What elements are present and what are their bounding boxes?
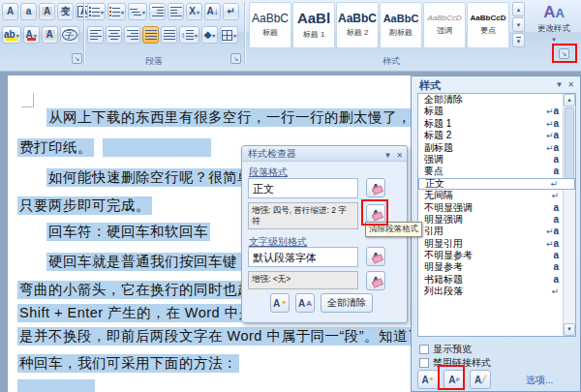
new-style-icon: ✦ (429, 376, 435, 383)
multilevel-list-button[interactable]: ▾ (128, 3, 147, 20)
style-list-item-要点[interactable]: 要点a (418, 166, 575, 177)
style-list-item-引用[interactable]: 引用↵a (418, 226, 575, 237)
gallery-scroll-down-button[interactable]: ▼ (512, 17, 525, 32)
decrease-indent-button[interactable] (149, 3, 166, 20)
gallery-style-emphasis[interactable]: AaBbCcD强调 (423, 2, 466, 48)
character-shading-button[interactable]: A (42, 26, 58, 44)
align-left-icon (90, 30, 102, 40)
style-item-label: 强调 (424, 154, 553, 166)
align-center-button[interactable] (106, 26, 122, 44)
text-plus-box[interactable]: 增强: <无> (248, 271, 358, 289)
style-type-icon: ↵a (546, 106, 559, 117)
gallery-scroll-up-button[interactable]: ▲ (512, 2, 525, 16)
style-label: 副标题 (389, 27, 413, 38)
new-style-icon: ✦ (281, 299, 287, 307)
style-list-item-不明显强调[interactable]: 不明显强调a (418, 202, 575, 214)
gallery-style-h1[interactable]: AaBl标题 1 (292, 2, 335, 48)
document-line[interactable]: 费打印纸。 (17, 138, 94, 157)
gallery-style-subtitle[interactable]: AaBbC副标题 (380, 2, 422, 48)
paragraph-group-row2: ↕▾◆▾▾ (87, 26, 238, 44)
chevron-down-icon: ▾ (197, 9, 199, 15)
style-inspector-titlebar[interactable]: 样式检查器 ▼ ✕ (242, 146, 407, 162)
character-shading-icon: A (45, 30, 55, 40)
paragraph-dialog-launcher-icon[interactable]: ↘ (230, 53, 241, 64)
style-list-item-正文[interactable]: 正文↵ (418, 178, 575, 190)
new-style-button[interactable]: A✦ (417, 370, 439, 389)
style-list-item-标题 2[interactable]: 标题 2↵a (418, 130, 575, 141)
text-highlight-color-icon: ab (4, 30, 15, 40)
phonetic-guide-icon: 变 (61, 7, 71, 16)
align-right-button[interactable] (124, 26, 140, 44)
style-type-icon: ↵a (546, 118, 559, 130)
style-item-label: 明显参考 (424, 261, 553, 273)
font-color-icon: A (26, 30, 33, 40)
document-line[interactable]: 只要两步即可完成。 (17, 196, 152, 215)
document-line[interactable]: 弯曲的小箭头，它在换行的同时也起着 (17, 281, 268, 299)
reveal-formatting-button[interactable]: AA (295, 293, 315, 313)
justify-button[interactable] (142, 26, 159, 44)
phonetic-guide-button[interactable]: 变 (57, 3, 74, 20)
clear-all-button[interactable]: 全部清除 (321, 293, 373, 313)
increase-indent-button[interactable] (168, 3, 184, 20)
disable-linked-styles-checkbox[interactable] (419, 358, 429, 368)
reset-paragraph-style-button[interactable]: A (366, 178, 385, 197)
dialog-close-icon[interactable]: ✕ (396, 148, 403, 164)
text-highlight-color-button[interactable]: ab▾ (2, 26, 21, 44)
style-list-item-强调[interactable]: 强调a (418, 154, 575, 166)
dialog-menu-icon[interactable]: ▼ (383, 148, 391, 164)
clear-character-formatting-button[interactable]: A (366, 271, 385, 290)
text-style-box[interactable]: 默认段落字体 (248, 247, 358, 267)
shading-icon: ◆ (204, 30, 212, 40)
gallery-style-h2[interactable]: AaBbC标题 2 (336, 2, 379, 48)
style-list-item-标题 1[interactable]: 标题 1↵a (418, 118, 575, 130)
manage-styles-button[interactable]: A╱ (470, 370, 491, 389)
style-list-item-明显引用[interactable]: 明显引用↵a (418, 238, 575, 250)
style-list-item-副标题[interactable]: 副标题↵a (418, 142, 575, 154)
clear-formatting-button[interactable]: A (39, 3, 55, 20)
selection-block (17, 379, 95, 392)
style-preview: AaBbCcD (471, 15, 506, 23)
show-preview-checkbox[interactable] (419, 345, 429, 354)
style-list-item-列出段落[interactable]: 列出段落↵ (418, 286, 575, 297)
shading-button[interactable]: ◆▾ (201, 26, 218, 44)
panel-menu-icon[interactable]: ▼ (555, 80, 563, 89)
options-link[interactable]: 选项... (526, 374, 553, 387)
style-list-item-无间隔[interactable]: 无间隔↵ (418, 190, 575, 201)
grow-font-button[interactable]: A (2, 3, 18, 20)
panel-close-icon[interactable]: ✕ (567, 80, 574, 89)
font-color-button[interactable]: A▾ (23, 26, 40, 44)
style-list-item-全部清除[interactable]: 全部清除 (418, 94, 575, 106)
scroll-down-icon[interactable]: ▼ (564, 323, 575, 336)
manage-styles-icon: ╱ (481, 376, 486, 384)
style-item-label: 全部清除 (424, 94, 575, 106)
document-line[interactable]: 从网上下载的东西里有很多空行，一行一行的删太慢了，不删浪 (46, 108, 457, 127)
paragraph-plus-box[interactable]: 增强: 四号, 首行缩进: 2 字符 (248, 202, 358, 229)
document-line[interactable]: 种回车，我们可采用下面的方法： (17, 354, 239, 373)
style-list-item-书籍标题[interactable]: 书籍标题a (418, 274, 575, 286)
gallery-style-title[interactable]: AaBbC标题 (249, 2, 291, 48)
align-left-button[interactable] (87, 26, 104, 44)
borders-button[interactable]: ▾ (220, 26, 238, 44)
reset-character-style-button[interactable]: A (366, 247, 385, 266)
gallery-more-button[interactable]: ▼ (512, 33, 525, 47)
bullets-button[interactable]: ▾ (87, 3, 106, 20)
style-list-item-不明显参考[interactable]: 不明显参考a (418, 250, 575, 261)
numbering-button[interactable]: ▾ (107, 3, 126, 20)
gallery-style-strong[interactable]: AaBbCcD要点 (467, 2, 509, 48)
style-type-icon: a (553, 202, 559, 214)
enclose-characters-button[interactable]: 字 (60, 26, 79, 44)
style-list-item-明显参考[interactable]: 明显参考a (418, 261, 575, 273)
document-line[interactable]: 回车符：硬回车和软回车 (46, 223, 210, 241)
asian-layout-button[interactable]: X▾ (186, 3, 202, 20)
show-hide-marks-button[interactable]: ↵ (223, 3, 239, 20)
sort-button[interactable]: A↓ (204, 3, 221, 20)
line-spacing-button[interactable]: ↕▾ (179, 26, 199, 44)
style-list-item-标题[interactable]: 标题↵a (418, 106, 575, 117)
shrink-font-button[interactable]: a (20, 3, 37, 20)
font-dialog-launcher-icon[interactable]: ↘ (72, 53, 82, 64)
paragraph-style-box[interactable]: 正文 (248, 178, 358, 198)
distributed-button[interactable] (161, 26, 177, 44)
style-list-item-明显强调[interactable]: 明显强调a (418, 214, 575, 226)
document-line[interactable]: 是并不换段，即前后两段文字在 Word 中属于同一“段”。知道了这两 (17, 327, 453, 346)
inspector-new-style-button[interactable]: A✦ (270, 293, 290, 313)
